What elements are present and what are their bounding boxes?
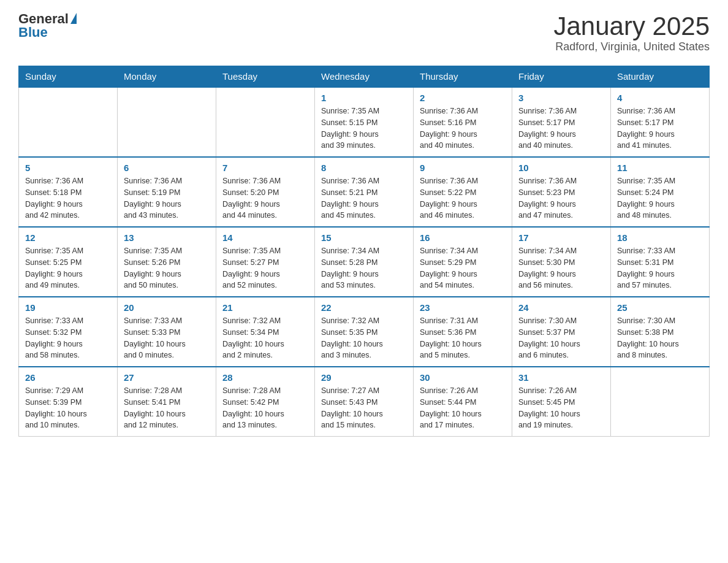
calendar-cell: 22Sunrise: 7:32 AM Sunset: 5:35 PM Dayli… — [315, 297, 414, 367]
day-number: 6 — [124, 163, 210, 173]
logo: General Blue — [18, 12, 77, 39]
day-number: 30 — [420, 372, 506, 383]
calendar-cell — [118, 87, 216, 157]
calendar-cell: 16Sunrise: 7:34 AM Sunset: 5:29 PM Dayli… — [414, 227, 512, 297]
calendar-body: 1Sunrise: 7:35 AM Sunset: 5:15 PM Daylig… — [19, 87, 710, 437]
day-number: 20 — [124, 302, 210, 313]
day-number: 23 — [420, 302, 506, 313]
day-number: 14 — [222, 232, 308, 243]
calendar-cell — [216, 87, 315, 157]
day-number: 17 — [518, 232, 604, 243]
day-number: 15 — [321, 232, 407, 243]
calendar-cell: 9Sunrise: 7:36 AM Sunset: 5:22 PM Daylig… — [414, 157, 512, 227]
day-number: 3 — [518, 93, 604, 103]
day-info: Sunrise: 7:36 AM Sunset: 5:21 PM Dayligh… — [321, 175, 407, 221]
day-info: Sunrise: 7:30 AM Sunset: 5:38 PM Dayligh… — [617, 315, 703, 361]
calendar-cell: 8Sunrise: 7:36 AM Sunset: 5:21 PM Daylig… — [315, 157, 414, 227]
day-number: 8 — [321, 163, 407, 173]
day-number: 31 — [518, 372, 604, 383]
calendar-cell: 26Sunrise: 7:29 AM Sunset: 5:39 PM Dayli… — [19, 367, 118, 437]
calendar-cell: 25Sunrise: 7:30 AM Sunset: 5:38 PM Dayli… — [611, 297, 710, 367]
calendar-cell: 12Sunrise: 7:35 AM Sunset: 5:25 PM Dayli… — [19, 227, 118, 297]
day-info: Sunrise: 7:35 AM Sunset: 5:25 PM Dayligh… — [25, 245, 111, 291]
calendar-cell: 17Sunrise: 7:34 AM Sunset: 5:30 PM Dayli… — [512, 227, 611, 297]
day-number: 9 — [420, 163, 506, 173]
day-number: 26 — [25, 372, 111, 383]
column-header-tuesday: Tuesday — [216, 66, 315, 88]
day-number: 5 — [25, 163, 111, 173]
calendar-week-5: 26Sunrise: 7:29 AM Sunset: 5:39 PM Dayli… — [19, 367, 710, 437]
day-info: Sunrise: 7:36 AM Sunset: 5:19 PM Dayligh… — [124, 175, 210, 221]
calendar-cell: 14Sunrise: 7:35 AM Sunset: 5:27 PM Dayli… — [216, 227, 315, 297]
day-number: 29 — [321, 372, 407, 383]
calendar-cell: 1Sunrise: 7:35 AM Sunset: 5:15 PM Daylig… — [315, 87, 414, 157]
calendar-cell: 15Sunrise: 7:34 AM Sunset: 5:28 PM Dayli… — [315, 227, 414, 297]
day-number: 16 — [420, 232, 506, 243]
day-info: Sunrise: 7:26 AM Sunset: 5:45 PM Dayligh… — [518, 385, 604, 431]
day-number: 24 — [518, 302, 604, 313]
calendar-cell: 3Sunrise: 7:36 AM Sunset: 5:17 PM Daylig… — [512, 87, 611, 157]
day-info: Sunrise: 7:28 AM Sunset: 5:42 PM Dayligh… — [222, 385, 308, 431]
title-section: January 2025 Radford, Virginia, United S… — [553, 12, 710, 53]
calendar-cell: 2Sunrise: 7:36 AM Sunset: 5:16 PM Daylig… — [414, 87, 512, 157]
calendar-week-3: 12Sunrise: 7:35 AM Sunset: 5:25 PM Dayli… — [19, 227, 710, 297]
calendar-cell: 5Sunrise: 7:36 AM Sunset: 5:18 PM Daylig… — [19, 157, 118, 227]
calendar-cell: 24Sunrise: 7:30 AM Sunset: 5:37 PM Dayli… — [512, 297, 611, 367]
calendar-cell: 21Sunrise: 7:32 AM Sunset: 5:34 PM Dayli… — [216, 297, 315, 367]
day-info: Sunrise: 7:34 AM Sunset: 5:29 PM Dayligh… — [420, 245, 506, 291]
calendar-header-row: SundayMondayTuesdayWednesdayThursdayFrid… — [19, 66, 710, 88]
day-number: 2 — [420, 93, 506, 103]
day-info: Sunrise: 7:36 AM Sunset: 5:23 PM Dayligh… — [518, 175, 604, 221]
day-info: Sunrise: 7:33 AM Sunset: 5:33 PM Dayligh… — [124, 315, 210, 361]
day-info: Sunrise: 7:33 AM Sunset: 5:32 PM Dayligh… — [25, 315, 111, 361]
day-info: Sunrise: 7:36 AM Sunset: 5:22 PM Dayligh… — [420, 175, 506, 221]
day-number: 21 — [222, 302, 308, 313]
calendar-cell: 19Sunrise: 7:33 AM Sunset: 5:32 PM Dayli… — [19, 297, 118, 367]
column-header-friday: Friday — [512, 66, 611, 88]
day-number: 7 — [222, 163, 308, 173]
calendar-cell: 29Sunrise: 7:27 AM Sunset: 5:43 PM Dayli… — [315, 367, 414, 437]
calendar-week-1: 1Sunrise: 7:35 AM Sunset: 5:15 PM Daylig… — [19, 87, 710, 157]
day-number: 27 — [124, 372, 210, 383]
day-info: Sunrise: 7:35 AM Sunset: 5:15 PM Dayligh… — [321, 105, 407, 151]
calendar-cell: 30Sunrise: 7:26 AM Sunset: 5:44 PM Dayli… — [414, 367, 512, 437]
day-info: Sunrise: 7:35 AM Sunset: 5:24 PM Dayligh… — [617, 175, 703, 221]
logo-general: General — [18, 12, 69, 26]
calendar-cell: 13Sunrise: 7:35 AM Sunset: 5:26 PM Dayli… — [118, 227, 216, 297]
calendar-cell: 23Sunrise: 7:31 AM Sunset: 5:36 PM Dayli… — [414, 297, 512, 367]
page-title: January 2025 — [553, 12, 710, 40]
calendar-cell: 18Sunrise: 7:33 AM Sunset: 5:31 PM Dayli… — [611, 227, 710, 297]
day-info: Sunrise: 7:34 AM Sunset: 5:28 PM Dayligh… — [321, 245, 407, 291]
day-info: Sunrise: 7:26 AM Sunset: 5:44 PM Dayligh… — [420, 385, 506, 431]
day-number: 22 — [321, 302, 407, 313]
calendar-cell: 20Sunrise: 7:33 AM Sunset: 5:33 PM Dayli… — [118, 297, 216, 367]
day-number: 13 — [124, 232, 210, 243]
calendar-cell — [611, 367, 710, 437]
day-info: Sunrise: 7:36 AM Sunset: 5:17 PM Dayligh… — [617, 105, 703, 151]
day-number: 18 — [617, 232, 703, 243]
day-info: Sunrise: 7:35 AM Sunset: 5:27 PM Dayligh… — [222, 245, 308, 291]
logo-triangle-icon — [70, 13, 77, 24]
day-info: Sunrise: 7:36 AM Sunset: 5:18 PM Dayligh… — [25, 175, 111, 221]
day-number: 1 — [321, 93, 407, 103]
day-info: Sunrise: 7:36 AM Sunset: 5:20 PM Dayligh… — [222, 175, 308, 221]
column-header-monday: Monday — [118, 66, 216, 88]
calendar-week-4: 19Sunrise: 7:33 AM Sunset: 5:32 PM Dayli… — [19, 297, 710, 367]
calendar-cell: 7Sunrise: 7:36 AM Sunset: 5:20 PM Daylig… — [216, 157, 315, 227]
day-number: 11 — [617, 163, 703, 173]
page-subtitle: Radford, Virginia, United States — [553, 40, 710, 53]
calendar-cell: 28Sunrise: 7:28 AM Sunset: 5:42 PM Dayli… — [216, 367, 315, 437]
calendar-cell: 6Sunrise: 7:36 AM Sunset: 5:19 PM Daylig… — [118, 157, 216, 227]
day-info: Sunrise: 7:27 AM Sunset: 5:43 PM Dayligh… — [321, 385, 407, 431]
day-info: Sunrise: 7:28 AM Sunset: 5:41 PM Dayligh… — [124, 385, 210, 431]
day-number: 28 — [222, 372, 308, 383]
day-info: Sunrise: 7:29 AM Sunset: 5:39 PM Dayligh… — [25, 385, 111, 431]
calendar-cell: 10Sunrise: 7:36 AM Sunset: 5:23 PM Dayli… — [512, 157, 611, 227]
column-header-saturday: Saturday — [611, 66, 710, 88]
calendar-table: SundayMondayTuesdayWednesdayThursdayFrid… — [18, 66, 710, 437]
day-info: Sunrise: 7:36 AM Sunset: 5:17 PM Dayligh… — [518, 105, 604, 151]
calendar-cell — [19, 87, 118, 157]
day-number: 12 — [25, 232, 111, 243]
calendar-cell: 31Sunrise: 7:26 AM Sunset: 5:45 PM Dayli… — [512, 367, 611, 437]
day-info: Sunrise: 7:30 AM Sunset: 5:37 PM Dayligh… — [518, 315, 604, 361]
